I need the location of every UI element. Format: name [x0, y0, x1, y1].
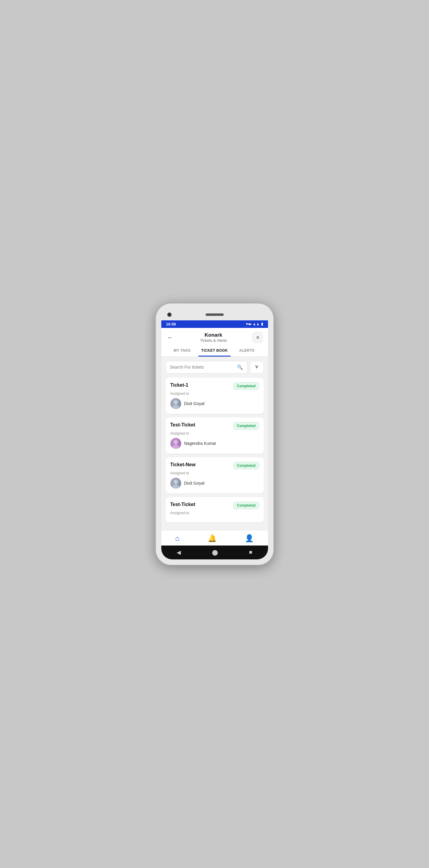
assigned-label: Assigned to [170, 511, 259, 515]
status-badge: Completed [233, 462, 259, 469]
assignee-name: Dixit Goyal [184, 481, 205, 486]
svg-point-1 [174, 400, 178, 404]
person-icon: 👤 [245, 534, 254, 542]
ticket-header: Ticket-New Completed [170, 462, 259, 469]
speaker-pill [206, 313, 224, 316]
android-recent-button[interactable]: ■ [249, 549, 252, 555]
app-header: ← Konark Tickets & Alerts ≡ MY TAKS TICK… [161, 328, 268, 357]
tab-ticket-book[interactable]: TICKET BOOK [198, 345, 231, 356]
assigned-label: Assigned to [170, 431, 259, 435]
assignee-name: Nagendra Kumar [184, 441, 216, 446]
search-row: 🔍 ⛛ [165, 361, 264, 373]
ticket-card[interactable]: Ticket-New Completed Assigned to [165, 457, 264, 493]
status-icons: ▾◂▸ ▲▲ ▮ [246, 322, 263, 326]
wifi-icon: ▾◂▸ [246, 322, 251, 326]
android-nav-bar: ◀ ⬤ ■ [161, 546, 268, 559]
assignee-row: Dixit Goyal [170, 398, 259, 409]
app-title: Konark [200, 332, 227, 338]
status-bar: 10:56 ▾◂▸ ▲▲ ▮ [161, 320, 268, 328]
header-top-row: ← Konark Tickets & Alerts ≡ [166, 332, 263, 343]
battery-icon: ▮ [261, 322, 263, 326]
ticket-card[interactable]: Test-Ticket Completed Assigned to [165, 497, 264, 522]
ticket-header: Ticket-1 Completed [170, 382, 259, 390]
ticket-name: Test-Ticket [170, 502, 195, 507]
nav-profile[interactable]: 👤 [245, 534, 254, 542]
assigned-label: Assigned to [170, 392, 259, 396]
android-back-button[interactable]: ◀ [177, 549, 181, 556]
search-icon: 🔍 [237, 364, 243, 370]
funnel-icon: ⛛ [254, 364, 259, 370]
avatar [170, 438, 181, 449]
phone-top-bezel [161, 309, 268, 320]
assignee-row: Nagendra Kumar [170, 438, 259, 449]
tickets-list: Ticket-1 Completed Assigned to [165, 378, 264, 522]
phone-frame: 10:56 ▾◂▸ ▲▲ ▮ ← Konark Tickets & Alerts… [156, 304, 273, 565]
nav-notifications[interactable]: 🔔 [208, 534, 217, 542]
ticket-header: Test-Ticket Completed [170, 502, 259, 509]
bell-icon: 🔔 [208, 534, 217, 542]
tab-alerts[interactable]: ALERTS [231, 345, 263, 356]
avatar [170, 478, 181, 489]
search-box[interactable]: 🔍 [165, 361, 247, 373]
ticket-name: Test-Ticket [170, 422, 195, 428]
search-filter-button[interactable]: ⛛ [250, 361, 264, 373]
nav-home[interactable]: ⌂ [175, 534, 180, 542]
ticket-card[interactable]: Ticket-1 Completed Assigned to [165, 378, 264, 414]
main-content: 🔍 ⛛ Ticket-1 Completed Assigned to [161, 357, 268, 530]
svg-point-4 [174, 440, 178, 444]
tab-my-tasks[interactable]: MY TAKS [166, 345, 198, 356]
app-subtitle: Tickets & Alerts [200, 338, 227, 343]
camera-dot [167, 313, 172, 317]
header-title-block: Konark Tickets & Alerts [200, 332, 227, 343]
phone-screen: 10:56 ▾◂▸ ▲▲ ▮ ← Konark Tickets & Alerts… [161, 309, 268, 559]
android-home-button[interactable]: ⬤ [212, 549, 218, 556]
status-badge: Completed [233, 502, 259, 509]
bottom-nav: ⌂ 🔔 👤 [161, 530, 268, 546]
header-filter-button[interactable]: ≡ [252, 332, 263, 343]
avatar [170, 398, 181, 409]
status-badge: Completed [233, 422, 259, 430]
assigned-label: Assigned to [170, 471, 259, 475]
tab-bar: MY TAKS TICKET BOOK ALERTS [166, 345, 263, 356]
ticket-name: Ticket-1 [170, 382, 188, 388]
home-icon: ⌂ [175, 534, 180, 542]
signal-icon: ▲▲ [253, 322, 260, 326]
assignee-name: Dixit Goyal [184, 401, 205, 406]
ticket-header: Test-Ticket Completed [170, 422, 259, 430]
back-button[interactable]: ← [166, 333, 175, 342]
assignee-row: Dixit Goyal [170, 478, 259, 489]
ticket-name: Ticket-New [170, 462, 196, 467]
search-input[interactable] [170, 365, 235, 370]
status-time: 10:56 [166, 322, 176, 327]
ticket-card[interactable]: Test-Ticket Completed Assigned to [165, 417, 264, 454]
status-badge: Completed [233, 382, 259, 390]
svg-point-7 [174, 480, 178, 484]
